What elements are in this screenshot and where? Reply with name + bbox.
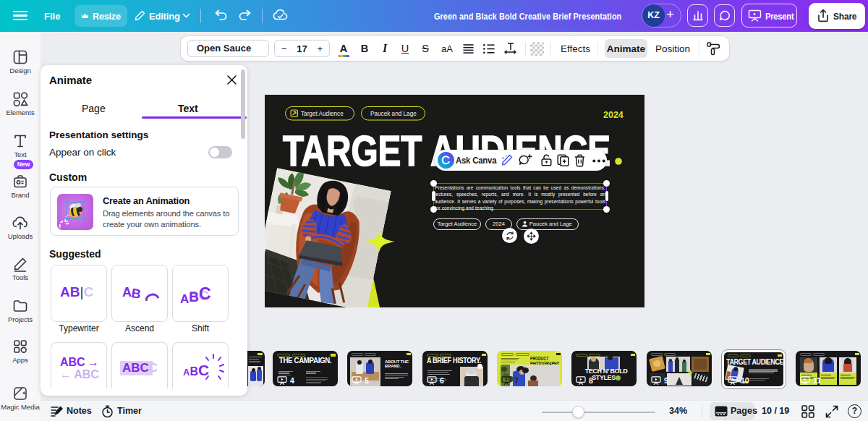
svg-text:Target Audience: Target Audience [301, 111, 344, 117]
svg-text:Paucek and Lage: Paucek and Lage [370, 111, 417, 117]
svg-text:2024: 2024 [603, 110, 624, 120]
